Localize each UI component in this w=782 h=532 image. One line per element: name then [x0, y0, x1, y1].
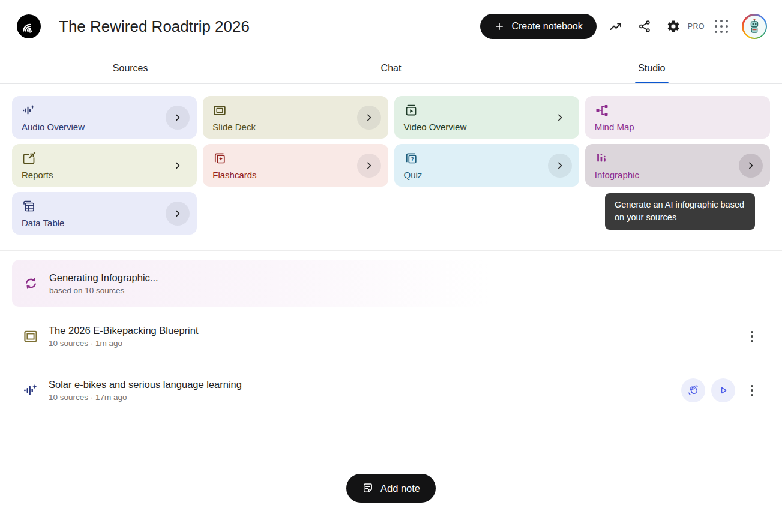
tab-studio[interactable]: Studio	[522, 53, 782, 83]
notebooklm-logo[interactable]	[17, 14, 41, 38]
generating-infographic-status: Generating Infographic... based on 10 so…	[12, 260, 490, 307]
chevron-right-icon[interactable]	[166, 106, 190, 130]
tab-chat[interactable]: Chat	[260, 53, 521, 83]
artifact-title: The 2026 E-Bikepacking Blueprint	[49, 325, 198, 336]
section-divider	[0, 250, 782, 251]
artifact-meta: 10 sources · 17m ago	[49, 393, 242, 402]
robot-avatar-image	[744, 16, 766, 38]
google-apps-button[interactable]	[707, 12, 736, 41]
artifact-text: Solar e-bikes and serious language learn…	[49, 379, 242, 402]
mind-map-icon	[595, 103, 609, 118]
tool-label: Audio Overview	[22, 122, 187, 131]
waving-hand-icon	[687, 384, 700, 397]
apps-grid-icon	[715, 20, 729, 34]
create-notebook-label: Create notebook	[511, 21, 582, 32]
share-icon	[637, 19, 652, 34]
slide-deck-icon	[212, 103, 227, 118]
generating-subtitle: based on 10 sources	[49, 286, 158, 295]
chevron-right-icon[interactable]	[357, 106, 381, 130]
more-options-button[interactable]	[745, 324, 759, 348]
play-icon	[717, 384, 730, 397]
play-button[interactable]	[711, 378, 735, 402]
audio-overview-icon	[22, 103, 36, 118]
quiz-icon: ?	[404, 151, 418, 166]
slide-deck-icon	[23, 329, 38, 344]
infographic-icon	[595, 151, 609, 166]
share-button[interactable]	[630, 12, 659, 41]
interactive-mode-button[interactable]	[681, 378, 705, 402]
note-icon	[362, 482, 374, 494]
artifact-actions	[735, 324, 759, 348]
account-avatar[interactable]	[742, 14, 767, 39]
tool-label: Reports	[22, 170, 187, 179]
artifact-row-slide-deck[interactable]: The 2026 E-Bikepacking Blueprint 10 sour…	[12, 317, 770, 356]
tool-label: Quiz	[404, 170, 570, 179]
generating-title: Generating Infographic...	[49, 272, 158, 284]
chevron-right-icon[interactable]	[739, 154, 763, 178]
pro-badge: PRO	[688, 22, 705, 31]
tool-label: Flashcards	[212, 170, 378, 179]
chevron-right-icon[interactable]	[548, 106, 572, 130]
notebooklm-logo-icon	[21, 19, 37, 34]
reports-icon	[22, 151, 36, 166]
plus-icon	[494, 21, 505, 32]
tab-sources-label: Sources	[113, 63, 148, 74]
panel-tabs: Sources Chat Studio	[0, 53, 782, 84]
svg-text:?: ?	[411, 156, 414, 162]
add-note-button[interactable]: Add note	[346, 474, 436, 503]
tool-label: Slide Deck	[212, 122, 378, 131]
studio-panel: Audio Overview Slide Deck	[0, 96, 782, 503]
tab-sources[interactable]: Sources	[0, 53, 260, 83]
studio-tool-card-data-table[interactable]: Data Table	[12, 192, 197, 235]
trending-up-icon	[609, 19, 623, 34]
gear-icon	[666, 19, 681, 34]
add-note-label: Add note	[380, 483, 420, 494]
tool-label: Data Table	[22, 218, 187, 227]
studio-tool-card-infographic[interactable]: Infographic	[585, 144, 770, 187]
studio-tool-card-flashcards[interactable]: Flashcards	[203, 144, 388, 187]
tab-chat-label: Chat	[381, 63, 402, 74]
notebook-title[interactable]: The Rewired Roadtrip 2026	[59, 17, 250, 36]
artifact-row-audio-overview[interactable]: Solar e-bikes and serious language learn…	[12, 371, 770, 410]
studio-tool-card-video-overview[interactable]: Video Overview	[394, 96, 579, 139]
artifact-text: The 2026 E-Bikepacking Blueprint 10 sour…	[49, 325, 198, 348]
add-note-container: Add note	[12, 474, 770, 503]
tab-studio-label: Studio	[638, 63, 665, 74]
artifact-actions	[675, 378, 759, 402]
flashcards-icon	[212, 151, 227, 166]
chevron-right-icon[interactable]	[357, 154, 381, 178]
settings-button[interactable]	[659, 12, 688, 41]
audio-overview-icon	[23, 383, 38, 398]
artifact-title: Solar e-bikes and serious language learn…	[49, 379, 242, 390]
studio-tool-card-reports[interactable]: Reports	[12, 144, 197, 187]
chevron-right-icon[interactable]	[166, 154, 190, 178]
artifact-meta: 10 sources · 1m ago	[49, 339, 198, 348]
studio-tool-card-audio-overview[interactable]: Audio Overview	[12, 96, 197, 139]
active-tab-underline	[635, 82, 669, 83]
analytics-button[interactable]	[601, 12, 630, 41]
chevron-right-icon[interactable]	[548, 154, 572, 178]
tool-label: Video Overview	[404, 122, 570, 131]
app-header: The Rewired Roadtrip 2026 Create noteboo…	[0, 0, 782, 53]
generating-text: Generating Infographic... based on 10 so…	[49, 272, 158, 295]
studio-tool-card-quiz[interactable]: ? Quiz	[394, 144, 579, 187]
data-table-icon	[22, 199, 36, 214]
sync-spinner-icon	[23, 275, 39, 291]
more-options-button[interactable]	[745, 378, 759, 402]
tool-label: Mind Map	[595, 122, 760, 131]
video-overview-icon	[404, 103, 418, 118]
create-notebook-button[interactable]: Create notebook	[480, 14, 596, 39]
tool-label: Infographic	[595, 170, 760, 179]
chevron-right-icon[interactable]	[166, 202, 190, 226]
studio-tool-card-slide-deck[interactable]: Slide Deck	[203, 96, 388, 139]
infographic-tooltip: Generate an AI infographic based on your…	[605, 193, 755, 230]
studio-tool-card-mind-map[interactable]: Mind Map	[585, 96, 770, 139]
